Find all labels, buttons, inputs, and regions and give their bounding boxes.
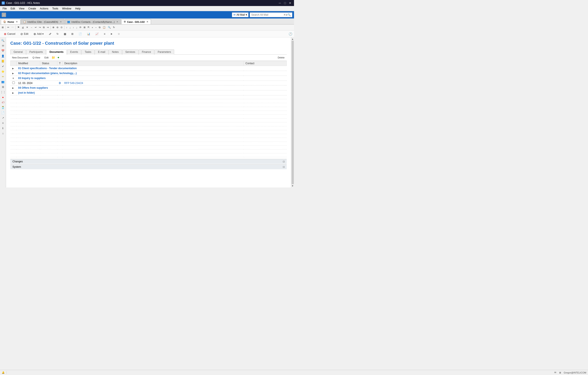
sidebar-jar[interactable]: 🫙: [1, 105, 5, 110]
edit-button[interactable]: ⊘ Edit: [18, 31, 31, 36]
sidebar-grid[interactable]: ⊞: [1, 85, 5, 89]
sidebar-pencil[interactable]: ✏: [1, 74, 5, 79]
sidebar-contacts[interactable]: 👥: [1, 79, 5, 84]
toolbar-zoom2[interactable]: 🔍: [107, 25, 112, 30]
toolbar-zoom-out[interactable]: ⊖: [56, 25, 59, 30]
sidebar-star[interactable]: ⭐: [1, 69, 5, 74]
rotate-button[interactable]: ↻: [54, 32, 61, 36]
delete-button[interactable]: Delete: [275, 56, 287, 59]
scrollbar[interactable]: ▲ ▼: [291, 37, 294, 188]
toolbar-minus[interactable]: −: [94, 25, 97, 30]
sidebar-search[interactable]: 🔍: [1, 38, 5, 43]
sidebar-list[interactable]: ≡: [1, 121, 5, 125]
toolbar-reply[interactable]: ↪: [38, 25, 42, 30]
toolbar-expand[interactable]: ⇱: [87, 25, 90, 30]
toolbar-print[interactable]: 🖨: [21, 25, 25, 30]
toolbar-refresh[interactable]: ↻: [112, 25, 116, 30]
sub-tab-email[interactable]: E-mail: [95, 49, 108, 54]
tab-intellidoc-elite[interactable]: 📋 InteliDoc Elite - (CasesAllEN) ✕: [21, 19, 64, 24]
search-options-icon[interactable]: ⚙: [286, 14, 288, 16]
chart-bar-button[interactable]: 📊: [85, 32, 92, 36]
cancel-button[interactable]: ⊗ Cancel: [2, 31, 17, 36]
sidebar-mail[interactable]: ✉: [1, 43, 5, 48]
intellidoc-contacts-close[interactable]: ✕: [116, 21, 118, 23]
maximize-button[interactable]: □: [283, 1, 287, 5]
sidebar-apps[interactable]: ⋮⋮: [1, 90, 5, 94]
scroll-thumb[interactable]: [292, 41, 294, 184]
toolbar-forward[interactable]: →: [29, 25, 33, 30]
sub-tab-participants[interactable]: Participants: [26, 49, 46, 54]
sub-tab-services[interactable]: Services: [122, 49, 138, 54]
toolbar-down2[interactable]: ↓: [75, 25, 78, 30]
add-button[interactable]: ⊕ Add ▾: [31, 31, 46, 36]
folder-row-02[interactable]: ▶ 02 Project documentation (plans, techn…: [10, 71, 287, 76]
sidebar-notebook[interactable]: 📒: [1, 59, 5, 63]
toolbar-zoom-in[interactable]: ⊕: [52, 25, 55, 30]
sidebar-task[interactable]: ✔: [1, 64, 5, 69]
sub-tab-tasks[interactable]: Tasks: [81, 49, 94, 54]
menu-edit[interactable]: Edit: [9, 7, 17, 10]
scroll-up-button[interactable]: ▲: [292, 38, 294, 40]
toolbar-flag[interactable]: ⚑: [17, 25, 21, 30]
home-tab-close[interactable]: ✕: [15, 21, 18, 23]
sub-tab-events[interactable]: Events: [67, 49, 81, 54]
sub-tab-notes[interactable]: Notes: [109, 49, 122, 54]
tab-intellidoc-contacts[interactable]: 👥 InteliDoc Contacts - (ContactsByName..…: [65, 19, 121, 24]
toolbar-new[interactable]: ⊞: [1, 25, 4, 30]
search-clear-icon[interactable]: ✕: [284, 13, 286, 16]
mail-selector[interactable]: ✉ All Mail ▾: [232, 12, 249, 17]
menu-window[interactable]: Window: [60, 7, 73, 10]
intellidoc-elite-close[interactable]: ✕: [60, 21, 62, 23]
green-star-icon[interactable]: ✦: [56, 55, 61, 60]
system-section[interactable]: System □: [10, 164, 287, 169]
doc-edit-button[interactable]: Edit: [43, 56, 50, 59]
sidebar-doc[interactable]: 📄: [1, 110, 5, 115]
paperclip-button[interactable]: 🖇: [47, 32, 53, 36]
table-button[interactable]: ▦: [62, 32, 68, 36]
toolbar-delete[interactable]: ✕: [25, 25, 29, 30]
sub-tab-finance[interactable]: Finance: [139, 49, 154, 54]
folder-row-01[interactable]: ▶ 01 Client specifications - Tender docu…: [10, 66, 287, 71]
table-row[interactable]: 12. 03. 2024 D RFP 549-234/24: [10, 81, 287, 85]
doc-button[interactable]: 📄: [76, 32, 84, 36]
toolbar-up[interactable]: ↑: [65, 25, 68, 30]
toolbar-reply-all[interactable]: ↩: [34, 25, 38, 30]
sidebar-info[interactable]: ℹ: [1, 126, 5, 131]
search-input[interactable]: [251, 13, 284, 16]
sub-tab-parameters[interactable]: Parameters: [154, 49, 174, 54]
toolbar-zoom-reset[interactable]: ⊙: [60, 25, 63, 30]
star-button[interactable]: ☆: [116, 32, 122, 36]
menu-view[interactable]: View: [17, 7, 26, 10]
folder-icon[interactable]: 📁: [51, 55, 55, 60]
sidebar-calendar[interactable]: 📅: [1, 49, 5, 53]
minimize-button[interactable]: ─: [278, 1, 282, 5]
changes-section[interactable]: Changes □: [10, 159, 287, 164]
tab-case[interactable]: ⚙ Case - G01-1/22 ✕: [121, 19, 151, 24]
toolbar-move[interactable]: ⇒: [46, 25, 50, 30]
toolbar-down[interactable]: ↓: [69, 25, 72, 30]
doc-checkbox-01[interactable]: [12, 81, 15, 84]
mail-selector-dropdown-icon[interactable]: ▾: [246, 13, 247, 16]
sidebar-export[interactable]: ↗: [1, 115, 5, 120]
list-button[interactable]: ≡: [102, 32, 107, 36]
toolbar-up2[interactable]: ↑: [72, 25, 75, 30]
grid-button[interactable]: ⊞: [69, 32, 76, 36]
toolbar-grid[interactable]: ⊞: [83, 25, 86, 30]
folder-row-03[interactable]: ▼ 03 Inquiry to suppliers: [10, 76, 287, 81]
sidebar-red-circle[interactable]: ●: [1, 95, 5, 100]
tab-home[interactable]: 🏠 Home ✕: [1, 19, 21, 24]
sidebar-tag[interactable]: 🏷: [1, 100, 5, 105]
toolbar-pencil[interactable]: ✏: [6, 25, 10, 30]
arrow-button[interactable]: ➤: [108, 32, 115, 36]
folder-row-04[interactable]: ▶ 04 Offers from suppliers: [10, 85, 287, 90]
toolbar-sync[interactable]: ⟳: [79, 25, 82, 30]
chart-line-button[interactable]: 📈: [93, 32, 101, 36]
new-document-button[interactable]: New Document: [10, 56, 30, 59]
toolbar-plus[interactable]: +: [91, 25, 94, 30]
scroll-down-button[interactable]: ▼: [292, 185, 294, 187]
close-button[interactable]: ✕: [288, 1, 292, 5]
folder-row-notinfolder[interactable]: ▶ (not in folder): [10, 90, 287, 95]
qview-button[interactable]: Q-View: [31, 56, 42, 59]
sidebar-home[interactable]: ⌂: [1, 131, 5, 136]
menu-help[interactable]: Help: [74, 7, 82, 10]
